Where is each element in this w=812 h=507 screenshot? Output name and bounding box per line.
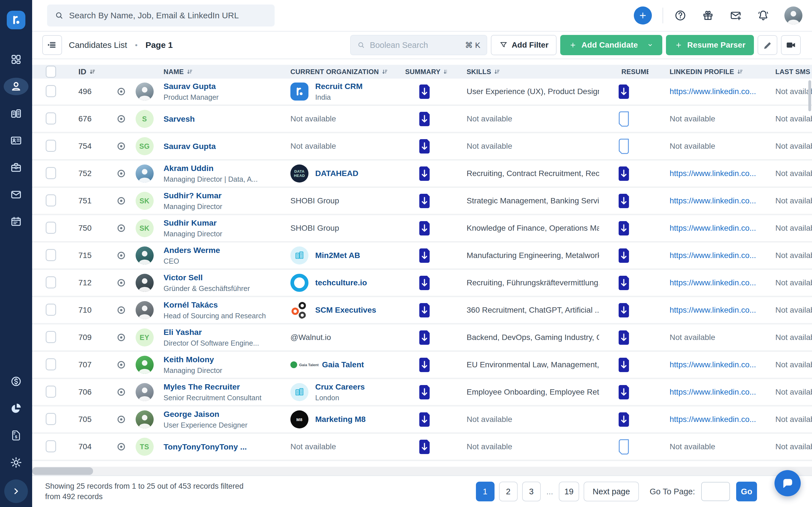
sidebar-item-companies[interactable] [4,105,29,122]
resume-download-button[interactable] [617,412,630,427]
global-search[interactable] [47,4,274,26]
list-view-button[interactable] [42,35,62,55]
resume-empty-button[interactable] [617,439,630,455]
candidate-name-link[interactable]: Saurav Gupta [163,142,283,151]
org-link[interactable]: Min2Met AB [315,251,360,260]
sidebar-item-reports[interactable] [4,400,29,417]
sidebar-expand-button[interactable] [4,480,28,503]
linkedin-link[interactable]: https://www.linkedin.co... [670,87,757,96]
summary-download-button[interactable] [418,357,431,373]
org-link[interactable]: Crux Careers [315,383,365,392]
summary-download-button[interactable] [418,439,431,455]
candidate-name-link[interactable]: Myles The Recruiter [163,382,283,392]
summary-download-button[interactable] [418,166,431,181]
candidate-name-link[interactable]: George Jaison [163,409,283,419]
page-button-2[interactable]: 2 [499,482,518,501]
sort-icon-summary[interactable] [443,69,447,75]
linkedin-link[interactable]: https://www.linkedin.co... [670,169,757,178]
row-checkbox[interactable] [46,249,56,261]
sort-icon-org[interactable] [382,69,388,75]
chat-launcher[interactable] [774,470,801,496]
org-link[interactable]: Recruit CRM [315,82,363,91]
sidebar-item-calendar[interactable] [4,213,29,230]
global-search-input[interactable] [69,11,267,20]
candidate-name-link[interactable]: Eli Yashar [163,328,283,337]
summary-download-button[interactable] [418,248,431,263]
resume-download-button[interactable] [617,221,630,236]
linkedin-link[interactable]: https://www.linkedin.co... [670,251,757,260]
resume-download-button[interactable] [617,357,630,373]
boolean-search-input[interactable] [370,41,461,50]
notifications-button[interactable] [757,9,770,22]
vertical-scrollbar-thumb[interactable] [808,80,811,111]
resume-download-button[interactable] [617,275,630,291]
user-avatar[interactable] [784,6,802,24]
row-checkbox[interactable] [46,222,56,234]
resume-empty-button[interactable] [617,111,630,127]
resume-download-button[interactable] [617,193,630,209]
sidebar-item-candidates[interactable] [4,78,29,95]
org-link[interactable]: SCM Executives [315,305,376,315]
help-button[interactable] [674,9,687,22]
preview-eye-button[interactable] [116,277,127,288]
sidebar-item-contacts[interactable] [4,132,29,149]
select-all-checkbox[interactable] [46,66,56,78]
resume-parser-button[interactable]: Resume Parser [666,35,754,55]
quick-add-button[interactable] [634,6,652,24]
video-button[interactable] [781,35,801,55]
linkedin-link[interactable]: https://www.linkedin.co... [670,224,757,233]
resume-empty-button[interactable] [617,138,630,154]
resume-download-button[interactable] [617,248,630,263]
candidate-name-link[interactable]: Sudhir? Kumar [163,191,283,200]
summary-download-button[interactable] [418,111,431,127]
sidebar-item-deals[interactable] [4,373,29,390]
candidate-name-link[interactable]: Akram Uddin [163,164,283,173]
next-page-button[interactable]: Next page [583,482,639,501]
preview-eye-button[interactable] [116,386,127,398]
horizontal-scrollbar[interactable] [32,467,812,475]
linkedin-link[interactable]: https://www.linkedin.co... [670,196,757,205]
row-checkbox[interactable] [46,194,56,207]
candidate-name-link[interactable]: Saurav Gupta [163,82,283,91]
summary-download-button[interactable] [418,193,431,209]
row-checkbox[interactable] [46,85,56,97]
summary-download-button[interactable] [418,385,431,400]
linkedin-link[interactable]: https://www.linkedin.co... [670,360,757,369]
row-checkbox[interactable] [46,304,56,316]
row-checkbox[interactable] [46,331,56,343]
org-link[interactable]: Gaia Talent [322,360,364,369]
row-checkbox[interactable] [46,276,56,288]
candidate-name-link[interactable]: Kornél Takács [163,300,283,309]
preview-eye-button[interactable] [116,304,127,316]
sidebar-item-dashboard[interactable] [4,51,29,68]
row-checkbox[interactable] [46,167,56,179]
linkedin-link[interactable]: https://www.linkedin.co... [670,415,757,424]
row-checkbox[interactable] [46,440,56,452]
sidebar-item-emails[interactable] [4,186,29,203]
org-link[interactable]: Marketing M8 [315,415,366,424]
sort-icon-skills[interactable] [494,69,500,75]
sidebar-item-jobs[interactable] [4,159,29,176]
row-checkbox[interactable] [46,140,56,152]
candidate-name-link[interactable]: TonyTonyTonyTony ... [163,442,283,452]
preview-eye-button[interactable] [116,223,127,234]
preview-eye-button[interactable] [116,113,127,124]
preview-eye-button[interactable] [116,332,127,343]
preview-eye-button[interactable] [116,414,127,425]
go-button[interactable]: Go [736,482,757,501]
resume-download-button[interactable] [617,84,630,100]
preview-eye-button[interactable] [116,168,127,179]
preview-eye-button[interactable] [116,86,127,97]
linkedin-link[interactable]: https://www.linkedin.co... [670,278,757,287]
summary-download-button[interactable] [418,84,431,100]
preview-eye-button[interactable] [116,359,127,371]
page-button-19[interactable]: 19 [559,482,579,501]
boolean-search[interactable]: ⌘ K [350,35,487,55]
resume-download-button[interactable] [617,385,630,400]
preview-eye-button[interactable] [116,140,127,152]
resume-download-button[interactable] [617,330,630,345]
preview-eye-button[interactable] [116,250,127,261]
email-campaign-button[interactable] [729,9,742,22]
resume-download-button[interactable] [617,166,630,181]
row-checkbox[interactable] [46,413,56,425]
